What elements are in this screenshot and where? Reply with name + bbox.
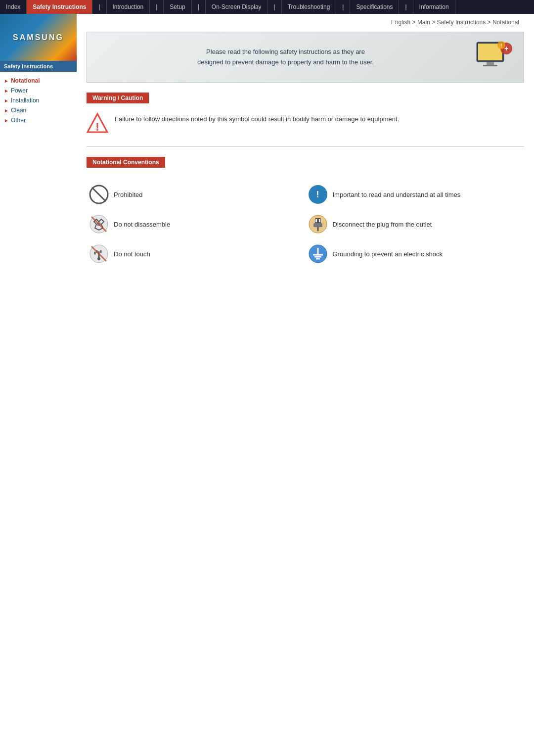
- nav-index[interactable]: Index: [0, 0, 27, 14]
- nav-specifications[interactable]: Specifications: [350, 0, 399, 14]
- svg-point-22: [97, 257, 100, 260]
- sidebar-item-power[interactable]: ► Power: [0, 86, 77, 95]
- arrow-icon: ►: [4, 98, 9, 103]
- disconnect-icon: [308, 214, 328, 234]
- svg-rect-20: [319, 219, 320, 222]
- warning-content: ! Failure to follow directions noted by …: [87, 110, 524, 137]
- svg-line-11: [92, 188, 106, 201]
- nav-separator-3: |: [192, 0, 206, 14]
- sidebar-item-notational[interactable]: ► Notational: [0, 76, 77, 86]
- grounding-label: Grounding to prevent an electric shock: [333, 250, 443, 258]
- breadcrumb: English > Main > Safety Instructions > N…: [87, 19, 524, 26]
- nav-information[interactable]: Information: [413, 0, 455, 14]
- notational-item-prohibited: Prohibited: [87, 180, 306, 209]
- nav-troubleshooting[interactable]: Troubleshooting: [282, 0, 337, 14]
- prohibited-label: Prohibited: [114, 191, 143, 198]
- notational-label: Notational Conventions: [87, 157, 165, 168]
- important-label: Important to read and understand at all …: [333, 191, 461, 198]
- grounding-icon: [308, 244, 328, 264]
- sidebar-item-installation[interactable]: ► Installation: [0, 95, 77, 105]
- sidebar-item-other[interactable]: ► Other: [0, 115, 77, 125]
- nav-safety-instructions[interactable]: Safety Instructions: [27, 0, 92, 14]
- disassemble-icon: [89, 214, 109, 234]
- top-navigation: Index Safety Instructions | Introduction…: [0, 0, 534, 14]
- sidebar: SAMSUNG Safety Instructions ► Notational…: [0, 14, 77, 756]
- banner-text: Please read the following safety instruc…: [97, 47, 474, 68]
- sidebar-nav: ► Notational ► Power ► Installation ► Cl…: [0, 72, 77, 129]
- svg-text:!: !: [500, 43, 502, 48]
- nav-separator-5: |: [336, 0, 350, 14]
- arrow-icon: ►: [4, 88, 9, 94]
- nav-osd[interactable]: On-Screen Display: [206, 0, 268, 14]
- nav-setup[interactable]: Setup: [164, 0, 191, 14]
- notational-section: Notational Conventions Prohibited: [87, 157, 524, 269]
- warning-triangle-icon: !: [87, 112, 109, 135]
- touch-icon: [89, 244, 109, 264]
- arrow-icon: ►: [4, 118, 9, 123]
- brand-name: SAMSUNG: [13, 33, 64, 42]
- banner-image: + !: [474, 41, 514, 73]
- notational-item-disassemble: Do not disassemble: [87, 209, 306, 239]
- svg-rect-3: [483, 65, 497, 66]
- warning-text: Failure to follow directions noted by th…: [115, 112, 399, 125]
- notational-item-touch: Do not touch: [87, 239, 306, 269]
- disconnect-label: Disconnect the plug from the outlet: [333, 221, 432, 228]
- nav-separator-6: |: [399, 0, 413, 14]
- important-icon: !: [308, 185, 328, 204]
- nav-separator-2: |: [150, 0, 164, 14]
- sidebar-item-clean[interactable]: ► Clean: [0, 105, 77, 115]
- prohibited-icon: [89, 185, 109, 204]
- notational-item-important: ! Important to read and understand at al…: [306, 180, 525, 209]
- warning-section: Warning / Caution ! Failure to follow di…: [87, 93, 524, 137]
- main-content: English > Main > Safety Instructions > N…: [77, 14, 534, 756]
- nav-separator-4: |: [268, 0, 282, 14]
- notational-item-disconnect: Disconnect the plug from the outlet: [306, 209, 525, 239]
- svg-text:!: !: [95, 121, 99, 133]
- monitor-illustration: + !: [474, 41, 514, 73]
- arrow-icon: ►: [4, 78, 9, 84]
- arrow-icon: ►: [4, 108, 9, 113]
- warning-label: Warning / Caution: [87, 93, 149, 103]
- safety-banner: Please read the following safety instruc…: [87, 32, 524, 83]
- nav-introduction[interactable]: Introduction: [107, 0, 150, 14]
- touch-label: Do not touch: [114, 250, 150, 258]
- svg-rect-17: [313, 223, 322, 227]
- svg-rect-19: [315, 219, 317, 222]
- important-icon-bg: !: [309, 185, 327, 204]
- svg-rect-2: [487, 62, 494, 65]
- notational-item-grounding: Grounding to prevent an electric shock: [306, 239, 525, 269]
- nav-separator-1: |: [92, 0, 106, 14]
- main-layout: SAMSUNG Safety Instructions ► Notational…: [0, 14, 534, 756]
- section-divider: [87, 146, 524, 147]
- notational-grid: Prohibited ! Important to read and under…: [87, 180, 524, 269]
- disassemble-label: Do not disassemble: [114, 221, 170, 228]
- sidebar-logo: SAMSUNG: [0, 14, 77, 61]
- sidebar-section-title: Safety Instructions: [0, 61, 77, 72]
